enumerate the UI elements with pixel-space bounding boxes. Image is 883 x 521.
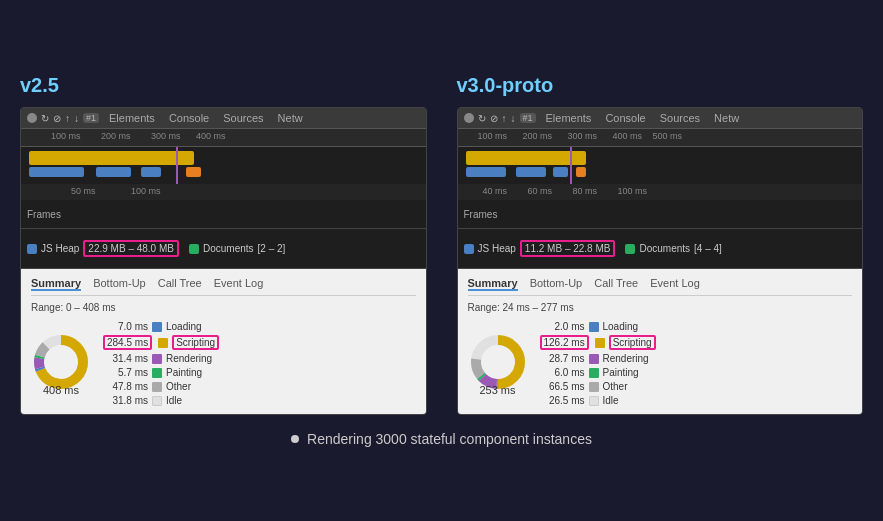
v25-docs-label: Documents — [203, 243, 254, 254]
ruler-100ms-2: 100 ms — [131, 186, 161, 198]
v3-heap-checkbox[interactable] — [464, 244, 474, 254]
v25-rendering-dot — [152, 354, 162, 364]
v25-tab-eventlog[interactable]: Event Log — [214, 277, 264, 291]
tab-network[interactable]: Netw — [274, 111, 307, 125]
v25-memory: JS Heap 22.9 MB – 48.0 MB Documents [2 –… — [21, 229, 426, 269]
v3-blue-bar3 — [553, 167, 568, 177]
v3-rendering-label: Rendering — [603, 353, 649, 364]
v25-legend-idle: 31.8 ms Idle — [103, 395, 219, 406]
v25-rendering-label: Rendering — [166, 353, 212, 364]
footer-text: Rendering 3000 stateful component instan… — [307, 431, 592, 447]
v25-scripting-label-box: Scripting — [172, 335, 219, 350]
v25-heap-checkbox[interactable] — [27, 244, 37, 254]
v3-toolbar: ↻ ⊘ ↑ ↓ #1 Elements Console Sources Netw — [458, 108, 863, 129]
v3-timeline: 100 ms 200 ms 300 ms 400 ms 500 ms — [458, 129, 863, 229]
v25-summary-content: 408 ms 7.0 ms Loading 284.5 ms — [31, 321, 416, 406]
v3-chart-container: 253 ms — [468, 332, 528, 396]
v3-ruler-500ms: 500 ms — [653, 131, 683, 141]
v25-heap-highlight: 22.9 MB – 48.0 MB — [83, 240, 179, 257]
v25-tab-bottomup[interactable]: Bottom-Up — [93, 277, 146, 291]
v3-stop-icon[interactable]: ⊘ — [490, 113, 498, 124]
main-content: v2.5 ↻ ⊘ ↑ ↓ #1 Elements Console Sources — [20, 74, 863, 415]
v25-toolbar: ↻ ⊘ ↑ ↓ #1 Elements Console Sources Netw — [21, 108, 426, 129]
v25-blue-bar3 — [141, 167, 161, 177]
v3-scripting-label: Scripting — [613, 337, 652, 348]
v25-chart-container: 408 ms — [31, 332, 91, 396]
v3-second-ruler: 40 ms 60 ms 80 ms 100 ms — [458, 184, 863, 200]
ruler-100ms: 100 ms — [51, 131, 81, 141]
v3-up-icon[interactable]: ↑ — [502, 113, 507, 124]
v3-summary: Summary Bottom-Up Call Tree Event Log Ra… — [458, 269, 863, 414]
v3-refresh-icon[interactable]: ↻ — [478, 113, 486, 124]
v3-top-ruler: 100 ms 200 ms 300 ms 400 ms 500 ms — [458, 129, 863, 147]
v25-painting-dot — [152, 368, 162, 378]
v3-loading-val: 2.0 ms — [540, 321, 585, 332]
v25-chart-label: 408 ms — [43, 384, 79, 396]
v25-tab-summary[interactable]: Summary — [31, 277, 81, 291]
v3-ruler-300ms: 300 ms — [568, 131, 598, 141]
v3-tab-summary[interactable]: Summary — [468, 277, 518, 291]
v3-down-icon[interactable]: ↓ — [511, 113, 516, 124]
v25-idle-dot — [152, 396, 162, 406]
v3-scripting-dot — [595, 338, 605, 348]
v3-tab-sources[interactable]: Sources — [656, 111, 704, 125]
v25-blue-bar2 — [96, 167, 131, 177]
tab-console[interactable]: Console — [165, 111, 213, 125]
v3-donut-chart — [468, 332, 528, 392]
up-icon[interactable]: ↑ — [65, 113, 70, 124]
bullet-dot — [291, 435, 299, 443]
v3-painting-val: 6.0 ms — [540, 367, 585, 378]
v25-blue-bar1 — [29, 167, 84, 177]
v3-docs-label: Documents — [639, 243, 690, 254]
v3-idle-dot — [589, 396, 599, 406]
v3-frames: Frames — [458, 200, 863, 228]
down-icon[interactable]: ↓ — [74, 113, 79, 124]
v3-tab-eventlog[interactable]: Event Log — [650, 277, 700, 291]
v3-rendering-val: 28.7 ms — [540, 353, 585, 364]
v3-ruler-80ms: 80 ms — [573, 186, 598, 196]
v3-scripting-val: 126.2 ms — [544, 337, 585, 348]
v3-blue-bar2 — [516, 167, 546, 177]
v3-tab-elements[interactable]: Elements — [542, 111, 596, 125]
v25-loading-label: Loading — [166, 321, 202, 332]
footer-bullet: Rendering 3000 stateful component instan… — [291, 431, 592, 447]
ruler-50ms: 50 ms — [71, 186, 96, 198]
ruler-300ms: 300 ms — [151, 131, 181, 141]
v3-ruler-100ms: 100 ms — [618, 186, 648, 196]
v3-memory: JS Heap 11.2 MB – 22.8 MB Documents [4 –… — [458, 229, 863, 269]
v25-legend-other: 47.8 ms Other — [103, 381, 219, 392]
stop-icon[interactable]: ⊘ — [53, 113, 61, 124]
v3-loading-label: Loading — [603, 321, 639, 332]
v25-orange-bar — [186, 167, 201, 177]
tab-sources[interactable]: Sources — [219, 111, 267, 125]
v25-docs-checkbox[interactable] — [189, 244, 199, 254]
v3-summary-content: 253 ms 2.0 ms Loading 126.2 ms — [468, 321, 853, 406]
v3-scripting-label-box: Scripting — [609, 335, 656, 350]
v3-tab-network[interactable]: Netw — [710, 111, 743, 125]
v25-tab-calltree[interactable]: Call Tree — [158, 277, 202, 291]
v3-ruler-40ms: 40 ms — [483, 186, 508, 196]
refresh-icon[interactable]: ↻ — [41, 113, 49, 124]
v25-idle-label: Idle — [166, 395, 182, 406]
v3-idle-val: 26.5 ms — [540, 395, 585, 406]
v3-rendering-dot — [589, 354, 599, 364]
v3-ruler-100ms: 100 ms — [478, 131, 508, 141]
v25-scripting-dot — [158, 338, 168, 348]
v3-chart-label: 253 ms — [479, 384, 515, 396]
v3-tab-calltree[interactable]: Call Tree — [594, 277, 638, 291]
v3-scripting-highlight: 126.2 ms — [540, 335, 589, 350]
v3-tab-console[interactable]: Console — [601, 111, 649, 125]
v3-frames-label: Frames — [464, 209, 498, 220]
v25-legend-rendering: 31.4 ms Rendering — [103, 353, 219, 364]
v3-ruler-60ms: 60 ms — [528, 186, 553, 196]
tab-elements[interactable]: Elements — [105, 111, 159, 125]
v3-summary-tabs: Summary Bottom-Up Call Tree Event Log — [468, 277, 853, 296]
v25-idle-val: 31.8 ms — [103, 395, 148, 406]
v3-legend-painting: 6.0 ms Painting — [540, 367, 656, 378]
v3-docs-checkbox[interactable] — [625, 244, 635, 254]
v25-painting-label: Painting — [166, 367, 202, 378]
v3-blue-bar1 — [466, 167, 506, 177]
badge: #1 — [83, 113, 99, 123]
v3-yellow-bar — [466, 151, 586, 165]
v3-tab-bottomup[interactable]: Bottom-Up — [530, 277, 583, 291]
